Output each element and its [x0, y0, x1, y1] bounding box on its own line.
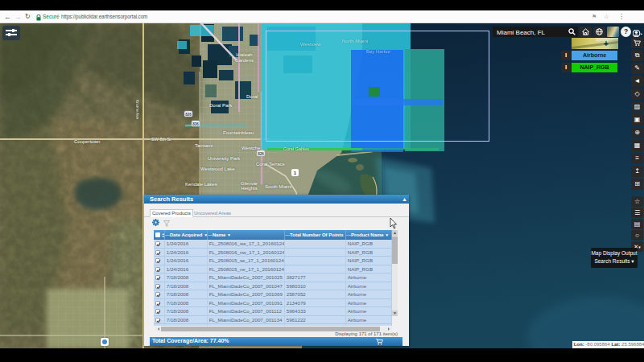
svg-text:836: 836 [192, 122, 199, 126]
svg-text:826: 826 [185, 113, 192, 117]
svg-text:826: 826 [258, 152, 264, 156]
